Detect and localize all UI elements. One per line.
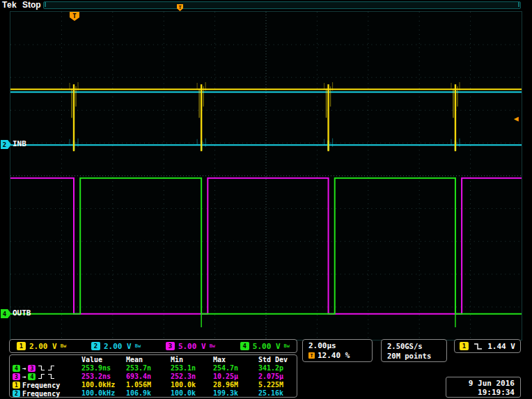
arrow-icon: → xyxy=(22,373,26,380)
sample-rate: 2.50GS/s xyxy=(387,341,446,351)
tek-logo: Tek xyxy=(2,0,17,10)
bandwidth-limit-icon: Bw xyxy=(61,343,66,349)
falling-edge-icon xyxy=(38,365,45,373)
column-header: Max xyxy=(213,356,258,364)
measurement-cell: 25.16k xyxy=(258,389,297,398)
measurement-cell: 100.0kHz xyxy=(81,389,126,398)
timebase-scale: 2.00µs xyxy=(308,341,372,350)
arrow-icon: → xyxy=(22,365,26,372)
channel-1-readout[interactable]: 1 2.00 V Bw xyxy=(17,342,66,351)
date-label: 9 Jun 2016 xyxy=(446,379,515,388)
bandwidth-limit-icon: Bw xyxy=(284,343,290,349)
trigger-position-percent: 12.40 % xyxy=(318,351,350,360)
channel-1-scale: 2.00 V xyxy=(29,342,57,351)
measurement-name: Frequency xyxy=(22,382,60,389)
svg-text:T: T xyxy=(178,5,181,10)
measurement-cell: 1.056M xyxy=(126,381,171,389)
trigger-position-icon: T xyxy=(308,352,315,359)
measurement-cell: 100.0k xyxy=(171,381,213,389)
graticule: T xyxy=(10,11,522,341)
column-header: Min xyxy=(171,356,213,364)
measurement-cell: 253.2ns xyxy=(81,373,126,381)
channel-3-badge[interactable]: 3 xyxy=(166,342,175,350)
datetime-readout: 9 Jun 2016 19:19:34 xyxy=(446,377,521,398)
measurement-label-delay-3-4: 3 → 4 xyxy=(13,373,81,381)
measurement-cell: 254.7n xyxy=(213,364,258,373)
preview-right-tick xyxy=(518,2,519,7)
channel-4-badge: 4 xyxy=(28,373,36,380)
oscilloscope-screen: Tek Stop T T 2 INB 4 OUTB ◀ 1 2.00 V Bw xyxy=(0,0,532,399)
trigger-source-badge: 1 xyxy=(460,342,469,350)
channel-1-badge: 1 xyxy=(13,382,20,389)
channel-1-badge[interactable]: 1 xyxy=(17,342,26,350)
measurement-label-delay-4-3: 4 → 3 xyxy=(13,364,81,373)
horizontal-readout[interactable]: 2.00µs T 12.40 % xyxy=(302,339,373,362)
column-header: Mean xyxy=(126,356,171,364)
channel-2-badge[interactable]: 2 xyxy=(91,342,100,350)
time-label: 19:19:34 xyxy=(446,388,515,397)
channel-2-badge: 2 xyxy=(13,390,20,397)
channel-3-badge: 3 xyxy=(28,365,36,372)
measurement-table: Value Mean Min Max Std Dev 4 → 3 253.9ns… xyxy=(9,354,297,398)
measurement-label-ch2-frequency: 2 Frequency xyxy=(13,389,81,398)
channel-3-scale: 5.00 V xyxy=(178,342,206,351)
record-length: 20M points xyxy=(387,351,446,361)
measurement-cell: 253.9ns xyxy=(81,364,126,373)
channel-2-scale: 2.00 V xyxy=(104,342,132,351)
bandwidth-limit-icon: Bw xyxy=(210,343,215,349)
preview-left-tick xyxy=(45,2,46,7)
channel-3-readout[interactable]: 3 5.00 V Bw xyxy=(166,342,215,351)
measurement-cell: 253.7n xyxy=(126,364,171,373)
measurement-cell: 28.96M xyxy=(213,381,258,389)
trace-label-inb: INB xyxy=(13,139,26,148)
measurement-cell: 10.25µ xyxy=(213,373,258,381)
measurement-cell: 5.225M xyxy=(258,381,297,389)
measurement-cell: 693.4n xyxy=(126,373,171,381)
trigger-level: 1.44 V xyxy=(487,342,515,351)
column-header: Std Dev xyxy=(258,356,297,364)
falling-edge-icon xyxy=(47,373,55,381)
channel-4-badge[interactable]: 4 xyxy=(240,342,249,350)
measurement-cell: 100.0k xyxy=(171,389,213,398)
measurement-name: Frequency xyxy=(22,390,60,398)
measurement-cell: 106.9k xyxy=(126,389,171,398)
falling-edge-icon xyxy=(474,340,483,353)
acquisition-readout[interactable]: 2.50GS/s 20M points xyxy=(381,339,447,362)
trigger-readout[interactable]: 1 1.44 V xyxy=(454,339,521,353)
column-header: Value xyxy=(81,356,126,364)
channel-3-badge: 3 xyxy=(13,373,20,380)
measurement-label-ch1-frequency: 1 Frequency xyxy=(13,381,81,389)
channel-4-badge: 4 xyxy=(13,365,20,372)
rising-edge-icon xyxy=(38,373,45,381)
trace-label-outb: OUTB xyxy=(13,308,31,318)
svg-text:T: T xyxy=(72,13,77,19)
channel-4-scale: 5.00 V xyxy=(253,342,281,351)
rising-edge-icon xyxy=(47,365,55,373)
waveform-display xyxy=(10,12,522,340)
channel-4-readout[interactable]: 4 5.00 V Bw xyxy=(240,342,290,351)
bandwidth-limit-icon: Bw xyxy=(135,343,141,349)
channel-2-readout[interactable]: 2 2.00 V Bw xyxy=(91,342,141,351)
measurement-cell: 199.3k xyxy=(213,389,258,398)
measurement-cell: 253.1n xyxy=(171,364,213,373)
acquisition-status: Stop xyxy=(22,0,41,10)
measurement-cell: 252.3n xyxy=(171,373,213,381)
measurement-cell: 2.075µ xyxy=(258,373,297,381)
channel-readout-bar: 1 2.00 V Bw 2 2.00 V Bw 3 5.00 V Bw 4 5.… xyxy=(9,339,297,353)
measurement-cell: 100.0kHz xyxy=(81,381,126,389)
measurement-cell: 341.2p xyxy=(258,364,297,373)
acquisition-preview-bar[interactable]: T xyxy=(43,1,521,9)
top-bar: Tek Stop T xyxy=(0,0,532,10)
table-corner xyxy=(13,356,81,364)
trigger-level-arrow-icon[interactable]: ◀ xyxy=(514,114,519,123)
